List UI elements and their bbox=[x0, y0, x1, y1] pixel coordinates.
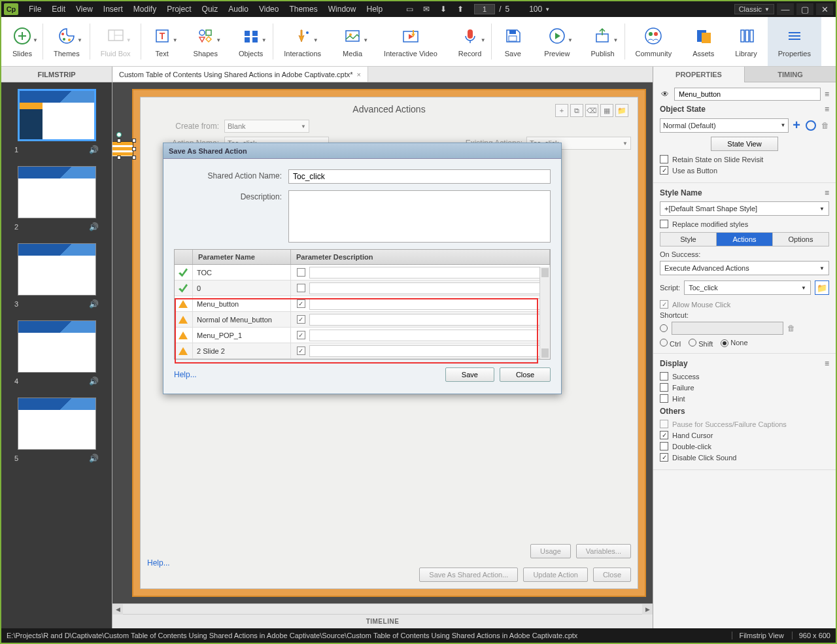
state-select[interactable]: Normal (Default)▼ bbox=[660, 118, 789, 133]
close-button[interactable]: ✕ bbox=[816, 3, 833, 15]
ribbon-text[interactable]: T▼Text bbox=[141, 17, 183, 66]
filmstrip-body[interactable]: 1🔊 2🔊 3🔊 4🔊 5🔊 bbox=[1, 82, 112, 628]
param-row[interactable]: 2 Slide 2✓ bbox=[175, 343, 550, 359]
section-menu-icon[interactable]: ≡ bbox=[825, 105, 829, 114]
style-select[interactable]: +[Default Smart Shape Style]▼ bbox=[660, 201, 829, 216]
slide-thumb-2[interactable]: 2🔊 bbox=[5, 166, 108, 231]
param-desc-checkbox[interactable] bbox=[297, 268, 305, 277]
param-row[interactable]: TOC bbox=[175, 265, 550, 280]
visibility-icon[interactable]: 👁 bbox=[660, 89, 670, 99]
close-tab-icon[interactable]: × bbox=[357, 71, 361, 78]
success-checkbox[interactable] bbox=[660, 372, 668, 381]
menu-window[interactable]: Window bbox=[323, 5, 362, 14]
ribbon-themes[interactable]: ▼Themes bbox=[43, 17, 90, 66]
param-desc-checkbox[interactable]: ✓ bbox=[297, 315, 305, 324]
adv-close-button[interactable]: Close bbox=[593, 568, 631, 582]
menu-modify[interactable]: Modify bbox=[128, 5, 162, 14]
script-select[interactable]: Toc_click▼ bbox=[684, 280, 811, 295]
adv-add-icon[interactable]: + bbox=[555, 104, 568, 117]
retain-state-checkbox[interactable] bbox=[660, 155, 668, 163]
clear-shortcut-icon[interactable]: 🗑 bbox=[787, 324, 795, 333]
current-page-input[interactable] bbox=[474, 4, 495, 14]
shared-name-input[interactable] bbox=[288, 169, 551, 184]
adv-folder-icon[interactable]: 📁 bbox=[615, 104, 628, 117]
menu-file[interactable]: File bbox=[24, 5, 46, 14]
param-desc-cell[interactable]: ✓ bbox=[291, 312, 550, 327]
param-row[interactable]: 0 bbox=[175, 280, 550, 296]
ribbon-assets[interactable]: Assets bbox=[682, 17, 725, 66]
adv-del-icon[interactable]: ⌫ bbox=[585, 104, 598, 117]
create-from-select[interactable]: Blank▼ bbox=[224, 120, 309, 133]
options-subtab[interactable]: Options bbox=[773, 233, 828, 246]
ribbon-slides[interactable]: ▼Slides bbox=[1, 17, 43, 66]
document-tab[interactable]: Custom Table of Contents Using Shared Ac… bbox=[112, 67, 368, 82]
update-action-button[interactable]: Update Action bbox=[523, 568, 588, 582]
slide-thumb-5[interactable]: 5🔊 bbox=[5, 398, 108, 463]
slide-thumb-3[interactable]: 3🔊 bbox=[5, 243, 108, 309]
none-radio[interactable]: None bbox=[721, 339, 747, 348]
style-subtab[interactable]: Style bbox=[660, 233, 717, 246]
ribbon-media[interactable]: ▼Media bbox=[332, 17, 373, 66]
variables-button[interactable]: Variables... bbox=[576, 544, 631, 558]
shortcut-input[interactable] bbox=[672, 322, 783, 335]
ribbon-library[interactable]: Library bbox=[725, 17, 768, 66]
replace-styles-checkbox[interactable] bbox=[660, 220, 668, 228]
zoom-control[interactable]: 100 ▼ bbox=[529, 5, 550, 14]
param-desc-input[interactable] bbox=[309, 267, 545, 279]
ribbon-shapes[interactable]: ▼Shapes bbox=[183, 17, 228, 66]
adv-dup-icon[interactable]: ⧉ bbox=[570, 104, 583, 117]
param-scrollbar[interactable] bbox=[539, 267, 550, 359]
usage-button[interactable]: Usage bbox=[530, 544, 571, 558]
menu-project[interactable]: Project bbox=[162, 5, 196, 14]
param-desc-input[interactable] bbox=[309, 298, 545, 310]
ribbon-objects[interactable]: ▼Objects bbox=[228, 17, 273, 66]
caption-icon[interactable]: ▭ bbox=[402, 3, 417, 15]
menu-view[interactable]: View bbox=[71, 5, 98, 14]
param-desc-checkbox[interactable] bbox=[297, 284, 305, 292]
save-as-shared-button[interactable]: Save As Shared Action... bbox=[419, 568, 518, 582]
slide-thumb-1[interactable]: 1🔊 bbox=[5, 89, 108, 154]
ribbon-properties[interactable]: Properties bbox=[768, 17, 821, 66]
ribbon-interactions[interactable]: ▼Interactions bbox=[273, 17, 332, 66]
param-desc-cell[interactable]: ✓ bbox=[291, 296, 550, 311]
menu-quiz[interactable]: Quiz bbox=[197, 5, 224, 14]
script-browse-button[interactable]: 📁 bbox=[815, 280, 829, 295]
param-desc-input[interactable] bbox=[309, 330, 545, 341]
selected-object-handles[interactable] bbox=[112, 136, 139, 162]
slide-canvas[interactable]: Advanced Actions + ⧉ ⌫ ▦ 📁 Create from:B… bbox=[132, 89, 646, 597]
section-menu-icon[interactable]: ≡ bbox=[825, 359, 829, 368]
section-menu-icon[interactable]: ≡ bbox=[825, 188, 829, 197]
stage[interactable]: Advanced Actions + ⧉ ⌫ ▦ 📁 Create from:B… bbox=[112, 82, 653, 603]
param-row[interactable]: Menu_POP_1✓ bbox=[175, 328, 550, 343]
minimize-button[interactable]: — bbox=[777, 3, 794, 15]
param-desc-cell[interactable] bbox=[291, 280, 550, 296]
actions-subtab[interactable]: Actions bbox=[717, 233, 773, 246]
param-row[interactable]: Menu_button✓ bbox=[175, 296, 550, 312]
shared-desc-input[interactable] bbox=[288, 190, 551, 243]
maximize-button[interactable]: ▢ bbox=[796, 3, 813, 15]
rotate-handle[interactable] bbox=[116, 132, 122, 137]
ribbon-publish[interactable]: ▼Publish bbox=[580, 17, 624, 66]
download-icon[interactable]: ⬇ bbox=[436, 3, 451, 15]
adv-grid-icon[interactable]: ▦ bbox=[600, 104, 613, 117]
shared-save-button[interactable]: Save bbox=[445, 367, 494, 382]
param-desc-cell[interactable]: ✓ bbox=[291, 343, 550, 358]
ribbon-interactive-video[interactable]: Interactive Video bbox=[373, 17, 448, 66]
slide-thumb-4[interactable]: 4🔊 bbox=[5, 320, 108, 386]
hint-checkbox[interactable] bbox=[660, 394, 668, 403]
menu-insert[interactable]: Insert bbox=[98, 5, 128, 14]
hand-cursor-checkbox[interactable] bbox=[660, 431, 668, 439]
workspace-layout-select[interactable]: Classic ▼ bbox=[734, 4, 774, 14]
menu-edit[interactable]: Edit bbox=[46, 5, 71, 14]
add-state-icon[interactable]: + bbox=[793, 118, 800, 133]
ctrl-radio[interactable]: Ctrl bbox=[660, 339, 681, 348]
shift-radio[interactable]: Shift bbox=[689, 339, 713, 348]
param-desc-input[interactable] bbox=[309, 345, 545, 357]
disable-sound-checkbox[interactable] bbox=[660, 453, 668, 462]
param-desc-input[interactable] bbox=[309, 314, 545, 326]
param-row[interactable]: Normal of Menu_button✓ bbox=[175, 312, 550, 328]
shared-close-button[interactable]: Close bbox=[500, 367, 551, 382]
on-success-select[interactable]: Execute Advanced Actions▼ bbox=[660, 261, 829, 275]
menu-help[interactable]: Help bbox=[361, 5, 388, 14]
mail-icon[interactable]: ✉ bbox=[419, 3, 434, 15]
